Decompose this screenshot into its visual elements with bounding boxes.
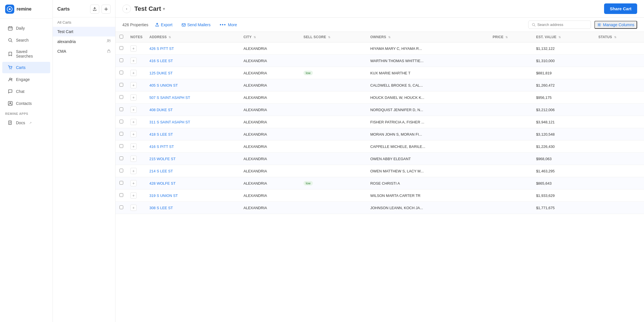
row-checkbox-cell[interactable] [116, 189, 127, 202]
price-header[interactable]: PRICE ⇅ [489, 32, 533, 42]
address-cell[interactable]: 428 WOLFE ST [146, 177, 240, 189]
address-search-input[interactable] [537, 23, 587, 27]
chevron-down-icon[interactable]: ▾ [163, 7, 165, 11]
row-checkbox[interactable] [120, 169, 123, 172]
add-note-cell[interactable]: + [127, 42, 146, 55]
add-note-button[interactable]: + [130, 70, 137, 76]
add-note-cell[interactable]: + [127, 189, 146, 202]
sell-score-header[interactable]: SELL SCORE ⇅ [300, 32, 367, 42]
sidebar-item-engage[interactable]: Engage [2, 74, 50, 85]
cart-item-test-cart[interactable]: Test Cart [53, 27, 115, 36]
row-checkbox[interactable] [120, 83, 123, 87]
add-note-button[interactable]: + [130, 205, 137, 211]
manage-columns-button[interactable]: Manage Columns [594, 21, 637, 29]
sidebar-item-daily[interactable]: Daily [2, 23, 50, 34]
address-header[interactable]: ADDRESS ⇅ [146, 32, 240, 42]
row-checkbox[interactable] [120, 71, 123, 74]
add-note-cell[interactable]: + [127, 153, 146, 165]
add-note-button[interactable]: + [130, 131, 137, 137]
row-checkbox-cell[interactable] [116, 42, 127, 55]
est-value-header[interactable]: EST. VALUE ⇅ [533, 32, 595, 42]
add-note-button[interactable]: + [130, 82, 137, 88]
row-checkbox-cell[interactable] [116, 177, 127, 189]
row-checkbox[interactable] [120, 156, 123, 160]
row-checkbox-cell[interactable] [116, 55, 127, 67]
address-cell[interactable]: 319 S UNION ST [146, 189, 240, 202]
add-note-button[interactable]: + [130, 58, 137, 64]
add-note-button[interactable]: + [130, 168, 137, 174]
row-checkbox-cell[interactable] [116, 128, 127, 140]
address-cell[interactable]: 405 S UNION ST [146, 79, 240, 91]
add-note-cell[interactable]: + [127, 128, 146, 140]
row-checkbox-cell[interactable] [116, 116, 127, 128]
sidebar-item-docs[interactable]: Docs ↗ [2, 117, 50, 129]
add-note-cell[interactable]: + [127, 55, 146, 67]
address-cell[interactable]: 214 S LEE ST [146, 165, 240, 177]
row-checkbox[interactable] [120, 58, 123, 62]
city-header[interactable]: CITY ⇅ [240, 32, 300, 42]
add-note-button[interactable]: + [130, 192, 137, 199]
more-button[interactable]: ••• More [217, 21, 239, 28]
row-checkbox[interactable] [120, 120, 123, 123]
back-button[interactable]: ‹ [122, 5, 131, 13]
add-note-cell[interactable]: + [127, 67, 146, 79]
add-note-button[interactable]: + [130, 143, 137, 150]
add-note-button[interactable]: + [130, 180, 137, 186]
sidebar-item-contacts[interactable]: Contacts [2, 98, 50, 109]
add-note-button[interactable]: + [130, 107, 137, 113]
row-checkbox-cell[interactable] [116, 91, 127, 104]
sidebar-item-carts[interactable]: Carts [2, 62, 50, 73]
row-checkbox-cell[interactable] [116, 153, 127, 165]
owners-header[interactable]: OWNERS ⇅ [367, 32, 489, 42]
address-cell[interactable]: 416 S LEE ST [146, 55, 240, 67]
sidebar-item-search[interactable]: Search [2, 34, 50, 46]
row-checkbox[interactable] [120, 193, 123, 197]
address-cell[interactable]: 311 S SAINT ASAPH ST [146, 116, 240, 128]
address-cell[interactable]: 215 WOLFE ST [146, 153, 240, 165]
add-note-cell[interactable]: + [127, 177, 146, 189]
address-cell[interactable]: 507 S SAINT ASAPH ST [146, 91, 240, 104]
share-cart-button[interactable]: Share Cart [604, 3, 637, 14]
address-cell[interactable]: 308 S LEE ST [146, 202, 240, 214]
row-checkbox[interactable] [120, 95, 123, 99]
add-note-cell[interactable]: + [127, 202, 146, 214]
row-checkbox-cell[interactable] [116, 104, 127, 116]
select-all-checkbox[interactable] [120, 35, 123, 38]
address-cell[interactable]: 418 S LEE ST [146, 128, 240, 140]
row-checkbox-cell[interactable] [116, 165, 127, 177]
row-checkbox-cell[interactable] [116, 79, 127, 91]
address-cell[interactable]: 125 DUKE ST [146, 67, 240, 79]
row-checkbox-cell[interactable] [116, 202, 127, 214]
address-cell[interactable]: 408 DUKE ST [146, 104, 240, 116]
add-note-button[interactable]: + [130, 156, 137, 162]
cart-item-alexandria[interactable]: alexandria [53, 36, 115, 46]
add-note-button[interactable]: + [130, 119, 137, 125]
cart-item-cma[interactable]: CMA [53, 46, 115, 56]
status-header[interactable]: STATUS ⇅ [595, 32, 644, 42]
add-note-cell[interactable]: + [127, 91, 146, 104]
add-note-cell[interactable]: + [127, 165, 146, 177]
row-checkbox[interactable] [120, 107, 123, 111]
row-checkbox[interactable] [120, 181, 123, 185]
add-note-cell[interactable]: + [127, 140, 146, 153]
sidebar-item-chat[interactable]: Chat [2, 86, 50, 97]
add-note-cell[interactable]: + [127, 116, 146, 128]
add-cart-button[interactable] [102, 5, 111, 14]
export-carts-button[interactable] [90, 5, 99, 14]
row-checkbox[interactable] [120, 205, 123, 209]
export-button[interactable]: Export [153, 21, 175, 28]
address-cell[interactable]: 426 S PITT ST [146, 42, 240, 55]
address-cell[interactable]: 416 S PITT ST [146, 140, 240, 153]
add-note-cell[interactable]: + [127, 79, 146, 91]
row-checkbox[interactable] [120, 46, 123, 50]
row-checkbox[interactable] [120, 132, 123, 136]
send-mailers-button[interactable]: Send Mailers [179, 21, 213, 28]
add-note-button[interactable]: + [130, 45, 137, 52]
add-note-cell[interactable]: + [127, 104, 146, 116]
select-all-header[interactable] [116, 32, 127, 42]
row-checkbox-cell[interactable] [116, 67, 127, 79]
add-note-button[interactable]: + [130, 94, 137, 101]
row-checkbox[interactable] [120, 144, 123, 148]
sidebar-item-saved-searches[interactable]: Saved Searches [2, 46, 50, 61]
row-checkbox-cell[interactable] [116, 140, 127, 153]
